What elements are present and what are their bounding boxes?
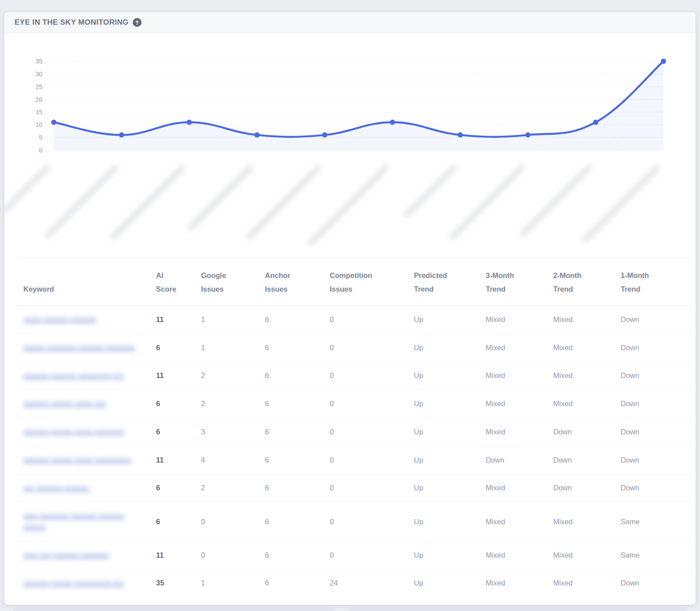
table-row: xxxxxxx xxxxxx xxxxx xxxxxxxx6360UpMixed…	[17, 418, 692, 446]
google-issues-cell: 1	[201, 569, 265, 597]
table-row: xxxx xxxxxxxx xxxxxxx xxxxxxx xxxxxx6060…	[17, 502, 692, 541]
anchor-issues-cell: 6	[265, 418, 330, 446]
2-month-trend-cell: Mixed	[553, 333, 621, 362]
2-month-trend-cell: Down	[553, 418, 621, 446]
keyword-link-blurred[interactable]: xxxxxxx xxxxxx xxxxx xxxxxxxx	[23, 426, 124, 437]
data-point-5[interactable]	[322, 132, 328, 137]
anchor-issues-cell: 6	[265, 390, 330, 418]
google-issues-cell: 1	[201, 306, 265, 334]
competition-issues-cell: 0	[330, 474, 414, 502]
ai-score-cell: 11	[156, 541, 201, 569]
competition-issues-cell: 24	[330, 569, 414, 597]
ai-score-line-chart[interactable]: 35302520151050	[4, 33, 696, 161]
competition-issues-cell: 0	[330, 502, 414, 541]
blurred-x-label-6	[307, 164, 389, 246]
keyword-table-wrap: KeywordAIScoreGoogleIssuesAnchorIssuesCo…	[17, 258, 683, 597]
keyword-cell: xxxx xxxxxxxx xxxxxxx xxxxxxx xxxxxx	[17, 502, 156, 541]
competition-issues-cell: 0	[330, 362, 414, 390]
1-month-trend-cell: Down	[621, 418, 692, 446]
keyword-link-blurred[interactable]: xxxxxxx xxxxxx xxxxxxxxxx xxx	[23, 578, 124, 589]
card-header: EYE IN THE SKY MONITORING ?	[4, 12, 696, 33]
table-header-row: KeywordAIScoreGoogleIssuesAnchorIssuesCo…	[17, 258, 692, 306]
table-row: xxxxx xxxxxxx xxxxxxx11160UpMixedMixedDo…	[17, 306, 692, 334]
3-month-trend-cell: Mixed	[486, 474, 553, 502]
predicted-trend-cell: Up	[414, 390, 486, 418]
anchor-issues-cell: 6	[265, 569, 330, 597]
keyword-cell: xxxxxxx xxxxxx xxxxxxxxxx xxx	[17, 569, 156, 597]
keyword-link-blurred[interactable]: xxxxxxx xxxxxx xxxxx xxxxxxxxxx	[23, 455, 131, 466]
keyword-cell: xxxxxxx xxxxxxx xxxxxxxxx xxx	[17, 362, 156, 390]
keyword-link-blurred[interactable]: xxxx xxxxxxxx xxxxxxx xxxxxxx xxxxxx	[23, 511, 146, 533]
keyword-cell: xxxxxx xxxxxxxx xxxxxxx xxxxxxxx	[17, 333, 156, 362]
predicted-trend-cell: Up	[414, 446, 486, 474]
keyword-link-blurred[interactable]: xxxxx xxxxxxx xxxxxxx	[23, 314, 97, 325]
data-point-10[interactable]	[661, 59, 666, 64]
1-month-trend-cell: Down	[621, 474, 692, 502]
column-header-predicted-trend: PredictedTrend	[414, 258, 486, 306]
2-month-trend-cell: Mixed	[553, 502, 621, 541]
table-row: xxxxxxx xxxxxxx xxxxxxxxx xxx11260UpMixe…	[17, 362, 692, 390]
blurred-x-label-3	[110, 164, 186, 240]
keyword-link-blurred[interactable]: xxxxxxx xxxxxx xxxxx xxx	[23, 398, 106, 409]
keyword-link-blurred[interactable]: xxxxxx xxxxxxxx xxxxxxx xxxxxxxx	[23, 342, 135, 353]
y-axis-tick-5: 5	[39, 134, 42, 141]
2-month-trend-cell: Down	[553, 446, 621, 474]
competition-issues-cell: 0	[330, 418, 414, 446]
table-row: xxx xxxxxxx xxxxxxx6260UpMixedDownDown	[17, 474, 692, 502]
2-month-trend-cell: Mixed	[553, 390, 621, 418]
y-axis-tick-15: 15	[35, 108, 42, 115]
3-month-trend-cell: Mixed	[486, 362, 553, 390]
3-month-trend-cell: Mixed	[486, 390, 553, 418]
blurred-x-label-2	[44, 164, 119, 239]
table-row: xxxx xxx xxxxxxx xxxxxxxx11060UpMixedMix…	[17, 541, 692, 569]
predicted-trend-cell: Up	[414, 333, 486, 362]
y-axis-tick-35: 35	[35, 58, 42, 65]
y-axis-tick-30: 30	[35, 70, 42, 78]
column-header-google-issues: GoogleIssues	[201, 258, 265, 306]
google-issues-cell: 4	[201, 446, 265, 474]
data-point-3[interactable]	[186, 120, 192, 125]
eye-in-the-sky-card: EYE IN THE SKY MONITORING ? 353025201510…	[4, 12, 696, 605]
blurred-x-label-8	[449, 164, 525, 240]
anchor-issues-cell: 6	[265, 541, 330, 569]
next-card-top-left	[13, 607, 335, 611]
3-month-trend-cell: Mixed	[486, 333, 553, 362]
google-issues-cell: 0	[201, 541, 265, 569]
data-point-8[interactable]	[525, 132, 531, 137]
help-icon[interactable]: ?	[133, 18, 141, 27]
ai-score-cell: 6	[156, 418, 201, 446]
table-row: xxxxxxx xxxxxx xxxxx xxxxxxxxxx11460UpDo…	[17, 446, 692, 474]
blurred-x-label-5	[246, 164, 322, 240]
column-header-keyword: Keyword	[17, 258, 156, 306]
keyword-link-blurred[interactable]: xxxx xxx xxxxxxx xxxxxxxx	[23, 550, 109, 561]
y-axis-tick-25: 25	[35, 83, 42, 90]
data-point-1[interactable]	[51, 120, 56, 125]
keyword-cell: xxx xxxxxxx xxxxxxx	[17, 474, 156, 502]
keyword-link-blurred[interactable]: xxx xxxxxxx xxxxxxx	[23, 483, 89, 494]
keyword-cell: xxxxxxx xxxxxx xxxxx xxxxxxxx	[17, 418, 156, 446]
data-point-9[interactable]	[593, 120, 598, 125]
1-month-trend-cell: Down	[621, 569, 692, 597]
table-row: xxxxxxx xxxxxx xxxxx xxx6260UpMixedMixed…	[17, 390, 692, 418]
keyword-cell: xxxx xxx xxxxxxx xxxxxxxx	[17, 541, 156, 569]
1-month-trend-cell: Down	[621, 390, 692, 418]
competition-issues-cell: 0	[330, 306, 414, 334]
keyword-link-blurred[interactable]: xxxxxxx xxxxxxx xxxxxxxxx xxx	[23, 370, 124, 381]
data-point-2[interactable]	[119, 132, 124, 137]
anchor-issues-cell: 6	[265, 502, 330, 541]
data-point-4[interactable]	[254, 132, 260, 137]
2-month-trend-cell: Mixed	[553, 541, 621, 569]
column-header-2-month-trend: 2-MonthTrend	[553, 258, 621, 306]
3-month-trend-cell: Down	[486, 446, 553, 474]
card-body: 35302520151050 KeywordAIScoreGoogleIssue…	[4, 33, 696, 604]
blurred-x-label-1	[4, 164, 51, 214]
predicted-trend-cell: Up	[414, 362, 486, 390]
predicted-trend-cell: Up	[414, 569, 486, 597]
column-header-anchor-issues: AnchorIssues	[265, 258, 330, 306]
predicted-trend-cell: Up	[414, 474, 486, 502]
data-point-7[interactable]	[458, 132, 463, 137]
ai-score-cell: 11	[156, 446, 201, 474]
data-point-6[interactable]	[390, 120, 395, 125]
1-month-trend-cell: Down	[621, 306, 692, 334]
competition-issues-cell: 0	[330, 541, 414, 569]
